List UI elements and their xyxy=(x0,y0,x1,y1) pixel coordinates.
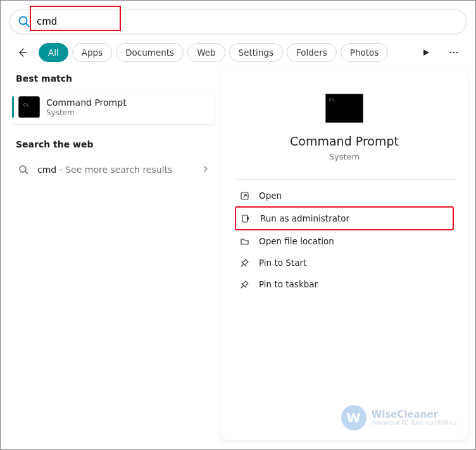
action-pin-start[interactable]: Pin to Start xyxy=(235,252,454,273)
svg-point-2 xyxy=(450,52,452,54)
open-icon xyxy=(239,191,250,201)
filter-folders[interactable]: Folders xyxy=(287,43,337,62)
pin-icon xyxy=(239,280,250,289)
folder-icon xyxy=(239,237,250,246)
filter-documents[interactable]: Documents xyxy=(116,43,184,62)
svg-text:C:\_: C:\_ xyxy=(23,103,30,107)
action-pin-taskbar[interactable]: Pin to taskbar xyxy=(235,273,454,295)
filter-photos[interactable]: Photos xyxy=(341,43,389,62)
search-input[interactable] xyxy=(37,16,458,27)
web-text: cmd - See more search results xyxy=(37,165,172,175)
action-label: Run as administrator xyxy=(260,213,349,223)
svg-point-3 xyxy=(453,52,455,54)
play-button[interactable] xyxy=(417,44,435,61)
svg-text:C:\_: C:\_ xyxy=(329,97,335,102)
back-button[interactable] xyxy=(13,44,31,61)
web-search-item[interactable]: cmd - See more search results xyxy=(12,156,215,183)
svg-point-4 xyxy=(456,52,458,54)
detail-app-icon: C:\_ xyxy=(325,94,363,123)
section-search-web: Search the web xyxy=(12,135,215,156)
watermark-brand: WiseCleaner xyxy=(372,410,456,420)
svg-rect-10 xyxy=(242,215,247,222)
watermark-tagline: Advanced PC Tune-up Utilities xyxy=(372,420,456,426)
results-column: Best match C:\_ Command Prompt System Se… xyxy=(12,70,221,440)
action-label: Open file location xyxy=(259,236,334,246)
result-subtitle: System xyxy=(46,108,127,117)
cmd-icon: C:\_ xyxy=(18,96,40,118)
filter-apps[interactable]: Apps xyxy=(72,43,112,62)
search-icon xyxy=(18,15,30,28)
action-label: Pin to Start xyxy=(259,258,306,268)
watermark-logo: W xyxy=(341,405,366,430)
detail-title: Command Prompt xyxy=(235,134,454,148)
result-title: Command Prompt xyxy=(46,97,127,108)
svg-point-6 xyxy=(20,166,26,172)
svg-line-1 xyxy=(26,23,29,27)
detail-panel: C:\_ Command Prompt System Open Run as a… xyxy=(221,70,468,440)
action-run-admin[interactable]: Run as administrator xyxy=(235,206,454,230)
section-best-match: Best match xyxy=(12,70,215,90)
chevron-right-icon xyxy=(202,163,210,175)
result-command-prompt[interactable]: C:\_ Command Prompt System xyxy=(12,90,215,124)
search-bar[interactable] xyxy=(9,9,467,34)
shield-icon xyxy=(240,214,251,223)
svg-line-7 xyxy=(25,172,28,174)
watermark: W WiseCleaner Advanced PC Tune-up Utilit… xyxy=(341,405,456,430)
action-file-location[interactable]: Open file location xyxy=(235,230,454,252)
filter-row: All Apps Documents Web Settings Folders … xyxy=(1,34,475,70)
filter-all[interactable]: All xyxy=(39,43,68,62)
pin-icon xyxy=(239,258,250,268)
action-label: Pin to taskbar xyxy=(259,279,318,289)
filter-web[interactable]: Web xyxy=(187,43,225,62)
divider xyxy=(235,179,454,180)
search-icon xyxy=(17,165,30,175)
action-open[interactable]: Open xyxy=(235,185,454,206)
action-label: Open xyxy=(259,191,282,201)
filter-settings[interactable]: Settings xyxy=(229,43,283,62)
more-button[interactable] xyxy=(445,44,463,61)
detail-subtitle: System xyxy=(235,152,454,161)
